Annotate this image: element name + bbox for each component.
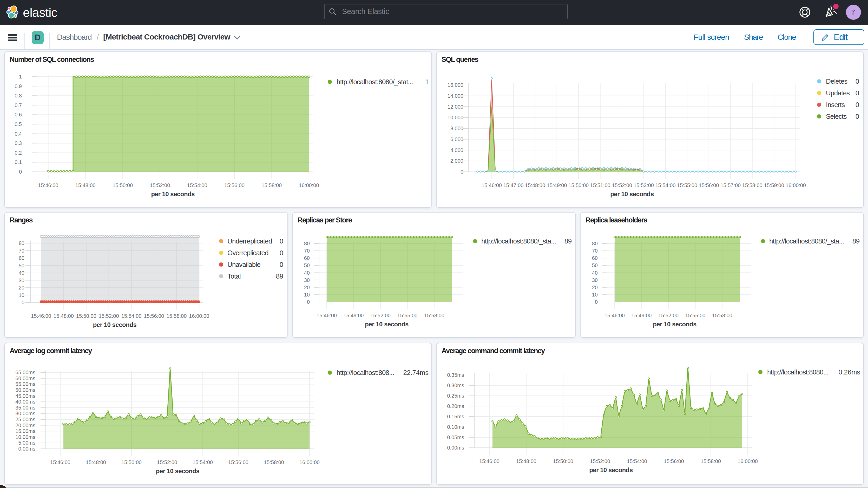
svg-text:30: 30 — [19, 277, 24, 283]
svg-text:50.00ms: 50.00ms — [16, 387, 35, 393]
svg-text:15:50:00: 15:50:00 — [76, 313, 96, 319]
svg-text:0.5: 0.5 — [14, 121, 22, 127]
svg-text:0: 0 — [280, 261, 283, 268]
svg-text:Overreplicated: Overreplicated — [227, 249, 269, 257]
svg-text:15:59:00: 15:59:00 — [764, 182, 784, 188]
svg-text:15:48:00: 15:48:00 — [54, 313, 74, 319]
svg-text:70: 70 — [592, 248, 598, 254]
svg-text:15:50:00: 15:50:00 — [568, 182, 589, 188]
svg-text:15:48:00: 15:48:00 — [86, 459, 106, 465]
svg-text:0.6: 0.6 — [14, 112, 22, 118]
svg-text:15:50:00: 15:50:00 — [553, 458, 573, 464]
svg-text:0.10ms: 0.10ms — [447, 424, 464, 430]
svg-text:20: 20 — [592, 284, 598, 290]
svg-text:15:54:00: 15:54:00 — [193, 459, 213, 465]
svg-text:1: 1 — [19, 74, 22, 80]
svg-text:0: 0 — [856, 78, 859, 85]
svg-text:16:00:00: 16:00:00 — [738, 458, 758, 464]
svg-text:22.74ms: 22.74ms — [403, 369, 429, 376]
svg-text:15:51:00: 15:51:00 — [590, 182, 611, 188]
svg-text:0.20ms: 0.20ms — [447, 403, 464, 409]
svg-text:15:46:00: 15:46:00 — [604, 313, 625, 318]
svg-text:15:58:00: 15:58:00 — [701, 458, 721, 464]
svg-text:0: 0 — [307, 299, 310, 305]
svg-text:16:00:00: 16:00:00 — [299, 459, 320, 465]
svg-text:60.00ms: 60.00ms — [16, 375, 35, 381]
svg-text:15:46:00: 15:46:00 — [50, 459, 70, 465]
svg-text:10.00ms: 10.00ms — [16, 434, 35, 440]
svg-text:15:58:00: 15:58:00 — [424, 313, 444, 318]
svg-text:15:52:00: 15:52:00 — [99, 313, 119, 319]
svg-text:15:58:00: 15:58:00 — [261, 182, 282, 188]
svg-text:12,000: 12,000 — [447, 104, 463, 110]
svg-text:15:56:00: 15:56:00 — [228, 459, 248, 465]
svg-text:15:55:00: 15:55:00 — [677, 182, 697, 188]
svg-text:http://localhost:8080/_sta...: http://localhost:8080/_sta... — [481, 237, 556, 245]
svg-text:16:00:00: 16:00:00 — [189, 313, 209, 319]
svg-text:5.00ms: 5.00ms — [18, 440, 35, 446]
svg-text:0.35ms: 0.35ms — [447, 372, 464, 378]
svg-text:http://localhost:808...: http://localhost:808... — [337, 369, 394, 376]
svg-text:15:55:00: 15:55:00 — [685, 313, 706, 318]
svg-text:15:54:00: 15:54:00 — [627, 458, 647, 464]
svg-text:40: 40 — [19, 270, 24, 276]
svg-text:15.00ms: 15.00ms — [16, 428, 35, 434]
svg-text:Underreplicated: Underreplicated — [227, 237, 272, 245]
svg-text:25.00ms: 25.00ms — [16, 417, 35, 422]
svg-text:40: 40 — [304, 270, 310, 276]
svg-text:0: 0 — [856, 101, 859, 109]
svg-text:http://localhost:8080/_stat...: http://localhost:8080/_stat... — [337, 78, 413, 86]
svg-text:0.30ms: 0.30ms — [447, 383, 464, 388]
svg-text:15:58:00: 15:58:00 — [712, 313, 732, 318]
svg-text:50: 50 — [592, 263, 598, 268]
svg-text:Selects: Selects — [826, 113, 847, 120]
svg-text:15:52:00: 15:52:00 — [590, 458, 610, 464]
svg-text:0.25ms: 0.25ms — [447, 393, 464, 399]
svg-text:80: 80 — [592, 241, 598, 246]
svg-text:40.00ms: 40.00ms — [16, 399, 35, 404]
svg-text:45.00ms: 45.00ms — [16, 393, 35, 399]
svg-text:15:58:00: 15:58:00 — [264, 459, 284, 465]
svg-text:0: 0 — [280, 249, 283, 257]
svg-text:2,000: 2,000 — [451, 158, 463, 164]
svg-text:15:50:00: 15:50:00 — [113, 182, 133, 188]
svg-text:0.00ms: 0.00ms — [447, 445, 464, 451]
svg-text:0.05ms: 0.05ms — [447, 434, 464, 440]
svg-text:15:54:00: 15:54:00 — [121, 313, 142, 319]
svg-text:10,000: 10,000 — [447, 115, 463, 120]
svg-text:10: 10 — [19, 292, 24, 298]
svg-text:0.00ms: 0.00ms — [18, 446, 35, 452]
svg-text:15:56:00: 15:56:00 — [144, 313, 164, 319]
svg-text:6,000: 6,000 — [451, 136, 463, 142]
svg-text:16,000: 16,000 — [447, 82, 463, 88]
svg-text:0.1: 0.1 — [14, 159, 22, 165]
svg-text:0.26ms: 0.26ms — [839, 368, 861, 376]
svg-text:89: 89 — [276, 272, 283, 280]
svg-text:80: 80 — [19, 240, 24, 246]
svg-text:16:00:00: 16:00:00 — [299, 182, 319, 188]
svg-text:15:48:00: 15:48:00 — [75, 182, 96, 188]
svg-text:0.2: 0.2 — [14, 150, 22, 156]
svg-text:0.8: 0.8 — [14, 93, 22, 98]
svg-text:0.9: 0.9 — [14, 84, 22, 89]
svg-text:15:50:00: 15:50:00 — [121, 459, 142, 465]
svg-text:15:52:00: 15:52:00 — [157, 459, 177, 465]
svg-text:0.4: 0.4 — [14, 131, 22, 137]
svg-text:14,000: 14,000 — [447, 93, 463, 99]
svg-text:15:46:00: 15:46:00 — [479, 458, 499, 464]
svg-text:per 10 seconds: per 10 seconds — [653, 321, 696, 328]
svg-text:http://localhost:8080/_sta...: http://localhost:8080/_sta... — [769, 237, 844, 245]
svg-text:Unavailable: Unavailable — [227, 261, 260, 268]
svg-text:0: 0 — [856, 113, 859, 120]
svg-text:70: 70 — [304, 248, 310, 254]
svg-text:Total: Total — [227, 272, 241, 280]
svg-text:15:52:00: 15:52:00 — [658, 313, 679, 318]
svg-text:15:52:00: 15:52:00 — [370, 313, 391, 318]
svg-text:8,000: 8,000 — [451, 125, 463, 131]
svg-text:16:00:00: 16:00:00 — [786, 182, 806, 188]
svg-text:15:56:00: 15:56:00 — [664, 458, 684, 464]
svg-text:20.00ms: 20.00ms — [16, 423, 35, 428]
svg-text:15:46:00: 15:46:00 — [482, 182, 502, 188]
svg-text:15:56:00: 15:56:00 — [224, 182, 245, 188]
svg-text:0.3: 0.3 — [14, 140, 22, 146]
